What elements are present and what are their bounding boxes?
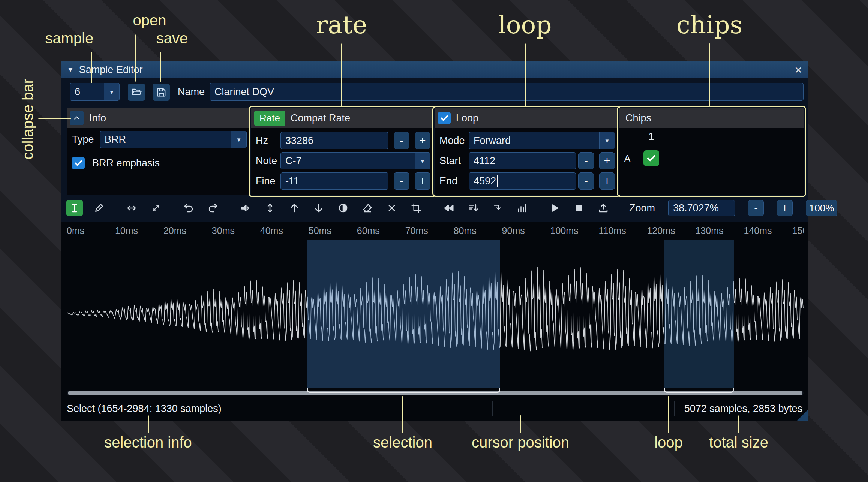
note-select[interactable]: C-7 ▼ [280, 152, 430, 169]
timeline-label: 150ms [792, 222, 804, 240]
fine-plus-button[interactable]: + [415, 172, 430, 190]
close-icon[interactable]: × [795, 63, 802, 76]
hz-plus-button[interactable]: + [415, 132, 430, 149]
draw-icon [93, 202, 105, 214]
zoom-input[interactable]: 38.7027% [668, 200, 735, 216]
loop-end-minus-button[interactable]: - [578, 172, 594, 190]
toolbar-button-draw[interactable] [91, 200, 107, 216]
toolbar-button-resize[interactable] [123, 200, 140, 216]
toolbar-button-redo[interactable] [205, 200, 221, 216]
timeline-label: 90ms [502, 222, 525, 240]
toolbar-button-insert[interactable] [489, 200, 506, 216]
resize-grip[interactable] [797, 410, 808, 421]
fine-minus-button[interactable]: - [394, 172, 409, 190]
loop-mode-select[interactable]: Forward ▼ [469, 132, 615, 149]
loop-end-plus-button[interactable]: + [599, 172, 615, 190]
loop-start-input[interactable]: 4112 [469, 152, 576, 169]
loop-end-value: 4592 [474, 175, 496, 187]
arrow-down-icon [313, 202, 324, 214]
sample-number-value: 6 [75, 86, 80, 98]
toolbar-button-rewind[interactable] [441, 200, 457, 216]
select-icon [69, 202, 80, 214]
type-select[interactable]: BRR ▼ [100, 131, 247, 148]
timeline-label: 10ms [115, 222, 138, 240]
annotation-rate: rate [316, 10, 367, 39]
annotation-sample: sample [45, 30, 94, 47]
toolbar-button-amplify[interactable] [262, 200, 278, 216]
toolbar-button-arrow-up[interactable] [286, 200, 303, 216]
toolbar-button-arrow-down[interactable] [310, 200, 327, 216]
open-button[interactable] [128, 84, 145, 101]
timeline-label: 130ms [695, 222, 723, 240]
annotation-save: save [156, 30, 188, 47]
toolbar-button-export[interactable] [595, 200, 612, 216]
annotation-open: open [133, 12, 166, 29]
hz-input[interactable]: 33286 [280, 132, 388, 149]
sample-name-value: Clarinet DQV [214, 86, 274, 98]
titlebar: ▼ Sample Editor × [61, 61, 808, 78]
annotation-line-selection-info [148, 415, 149, 433]
toolbar-button-select[interactable] [66, 200, 83, 216]
toolbar-button-trim[interactable] [408, 200, 424, 216]
toolbar-button-undo[interactable] [180, 200, 197, 216]
loop-start-plus-button[interactable]: + [599, 152, 615, 169]
sample-header-row: 6 ▼ Name Clarinet DQV [61, 81, 808, 102]
selection-region[interactable] [307, 240, 500, 388]
display-area: 0ms10ms20ms30ms40ms50ms60ms70ms80ms90ms1… [61, 222, 808, 421]
chevron-down-icon: ▼ [599, 132, 615, 149]
annotation-collapse-bar: collapse bar [19, 79, 36, 160]
annotation-selection-info: selection info [104, 434, 192, 451]
loop-end-label: End [438, 175, 469, 187]
info-panel: Info Type BRR ▼ BRR emphasis [67, 108, 250, 195]
chip-row-label: A [624, 153, 631, 165]
brr-emphasis-label: BRR emphasis [90, 157, 160, 169]
collapse-bar-button[interactable] [70, 111, 84, 125]
hz-minus-button[interactable]: - [394, 132, 409, 149]
rate-panel-title: Compat Rate [291, 112, 350, 124]
toolbar-button-sort[interactable] [465, 200, 481, 216]
status-divider [674, 401, 675, 416]
chips-panel-title: Chips [625, 112, 651, 124]
status-divider [492, 401, 493, 416]
timeline-label: 110ms [599, 222, 626, 240]
zoom-out-button[interactable]: - [748, 200, 764, 216]
toolbar-button-erase[interactable] [359, 200, 376, 216]
zoom-reset-button[interactable]: 100% [806, 200, 837, 216]
chevron-down-icon: ▼ [415, 153, 430, 169]
loop-checkbox[interactable] [438, 112, 451, 124]
timeline-label: 70ms [405, 222, 428, 240]
annotation-loop-bottom: loop [654, 434, 683, 451]
toolbar-button-delete[interactable] [384, 200, 400, 216]
amplify-icon [264, 202, 276, 214]
loop-end-input[interactable]: 4592 [469, 172, 576, 190]
save-button[interactable] [153, 84, 170, 101]
toolbar-button-chart[interactable] [514, 200, 530, 216]
timeline-label: 100ms [550, 222, 579, 240]
zoom-in-button[interactable]: + [777, 200, 793, 216]
chip-enable-checkbox[interactable] [643, 150, 659, 166]
sample-number-select[interactable]: 6 ▼ [70, 83, 120, 101]
sample-name-input[interactable]: Clarinet DQV [210, 83, 804, 101]
annotation-line-rate [341, 43, 342, 107]
timeline-label: 60ms [357, 222, 380, 240]
window-collapse-icon[interactable]: ▼ [67, 66, 74, 74]
resample-icon [150, 202, 162, 214]
brr-emphasis-checkbox[interactable] [72, 157, 85, 169]
toolbar-button-play[interactable] [546, 200, 563, 216]
status-bar: Select (1654-2984: 1330 samples) 5072 sa… [61, 398, 808, 421]
underwave-strip [67, 388, 804, 396]
fine-input[interactable]: -11 [280, 172, 388, 190]
rate-panel-header: Rate Compat Rate [251, 108, 433, 128]
floppy-save-icon [156, 87, 167, 98]
toolbar-button-stop[interactable] [571, 200, 587, 216]
toolbar-button-preview[interactable] [237, 200, 254, 216]
loop-start-value: 4112 [474, 155, 495, 167]
zoom-label: Zoom [629, 202, 655, 214]
loop-start-minus-button[interactable]: - [578, 152, 594, 169]
toolbar-button-resample[interactable] [148, 200, 164, 216]
toolbar-button-invert[interactable] [335, 200, 351, 216]
stop-icon [573, 202, 585, 214]
waveform-display[interactable] [67, 240, 804, 388]
loop-region[interactable] [664, 240, 734, 388]
rate-badge[interactable]: Rate [254, 111, 285, 126]
